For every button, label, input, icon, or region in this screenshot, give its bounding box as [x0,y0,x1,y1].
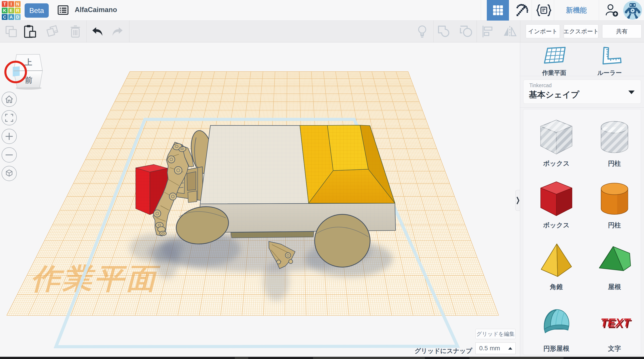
plus-icon [5,132,13,140]
viewport-3d[interactable]: 作業平面 [0,42,520,357]
toolbar-separator [86,20,86,42]
perspective-cube-icon [5,169,14,178]
duplicate-button[interactable] [44,20,60,42]
share-button[interactable]: 共有 [602,24,642,38]
shape-cylinder-striped[interactable]: 円柱 [588,118,641,168]
caret-up-icon [508,347,512,350]
workplane-tool[interactable]: 作業平面 [530,46,579,77]
shape-box-red[interactable]: ボックス [530,180,583,230]
panel-separator [520,76,644,76]
chevron-right-icon [516,196,519,205]
dashboard-blocks-button[interactable] [487,0,509,20]
toolbar-separator [476,20,477,42]
group-button[interactable] [436,20,452,42]
panel-collapse-tab[interactable] [516,190,520,211]
shape-box-striped[interactable]: ボックス [530,118,583,168]
text-shape-icon: TEXT TEXT [594,303,634,342]
shape-roof[interactable]: 屋根 [588,242,641,292]
shape-label: 文字 [588,344,641,353]
blocks-grid-icon [493,5,503,16]
snap-grid-label: グリッドにスナップ [408,347,472,355]
delete-button[interactable] [67,20,84,42]
minus-icon [5,151,13,159]
logo-tile: D [15,14,20,20]
shape-round-roof[interactable]: 円形屋根 [530,303,583,353]
hint-button[interactable] [416,20,429,42]
caret-down-icon [628,90,634,94]
avatar-robot[interactable] [623,1,642,20]
perspective-toggle-button[interactable] [2,166,17,181]
svg-text:TEXT: TEXT [600,316,631,329]
codeblocks-button[interactable] [534,0,554,20]
workplane-icon [542,46,566,66]
align-button[interactable] [480,20,496,42]
toolbar-separator [433,20,434,42]
tinkercad-logo[interactable]: TINKERCAD [2,1,21,20]
avatar-robot-icon [623,1,642,20]
duplicate-icon [45,25,59,38]
mirror-icon [503,26,517,38]
red-box-icon [538,180,574,219]
shape-label: 角錐 [530,282,583,292]
collection-brand: Tinkercad [529,82,552,88]
ruler-icon [597,46,622,66]
redo-button[interactable] [111,20,124,42]
shape-label: 円形屋根 [530,344,583,353]
shape-pyramid[interactable]: 角錐 [530,242,583,292]
lightbulb-icon [417,25,427,38]
add-person-icon [605,3,619,17]
paste-icon [24,24,36,38]
logo-tile: A [8,14,14,20]
pyramid-icon [538,242,574,281]
fit-view-button[interactable] [2,110,17,126]
copy-icon [5,26,17,37]
home-icon [5,95,14,103]
shape-collection-dropdown[interactable]: Tinkercad 基本シェイプ [523,80,641,104]
my-designs-button[interactable] [57,5,69,15]
logo-tile: R [15,8,20,14]
fit-view-icon [5,114,13,122]
undo-button[interactable] [91,20,104,42]
snap-grid-select[interactable]: 0.5 mm [476,342,516,354]
snap-grid-value: 0.5 mm [479,345,500,352]
minecraft-export-button[interactable] [511,0,532,20]
header-separator [481,0,481,20]
bottom-edge-strip [0,357,644,359]
round-roof-icon [538,303,574,342]
shapes-panel: 作業平面 ルーラー Tinkercad 基本シェイプ [520,42,644,357]
edit-grid-button[interactable]: グリッドを編集 [476,329,516,339]
zoom-out-button[interactable] [2,147,17,162]
shape-label: 屋根 [588,282,641,292]
group-icon [438,25,451,38]
scene-3d: 作業平面 [0,42,520,357]
shape-cylinder-orange[interactable]: 円柱 [588,180,641,230]
collection-name: 基本シェイプ [529,89,579,100]
trash-icon [70,25,81,38]
tinkercad-app: TINKERCAD Beta AlfaCaimano [0,0,644,359]
align-icon [482,25,494,38]
ruler-tool[interactable]: ルーラー [585,46,634,77]
paste-button[interactable] [23,20,37,42]
import-button[interactable]: インポート [526,24,560,38]
header-bar: TINKERCAD Beta AlfaCaimano [0,0,644,20]
invite-collaborator-button[interactable] [601,0,623,20]
logo-tile: T [2,1,8,7]
header-separator [532,0,532,20]
wheel-rear[interactable] [314,214,370,267]
zoom-in-button[interactable] [2,129,17,144]
design-title[interactable]: AlfaCaimano [75,6,117,14]
ungroup-button[interactable] [458,20,474,42]
shape-text[interactable]: TEXT TEXT 文字 [588,303,641,353]
mirror-button[interactable] [502,20,518,42]
logo-tile: I [8,1,14,7]
beta-badge[interactable]: Beta [24,3,49,18]
shape-label: ボックス [530,221,583,230]
new-features-link[interactable]: 新機能 [554,0,599,20]
home-view-button[interactable] [2,92,17,107]
orange-cylinder-icon [596,180,632,219]
striped-cylinder-icon [596,118,632,157]
shape-label: ボックス [530,159,583,168]
panel-separator [520,107,644,108]
export-button[interactable]: エクスポート [564,24,598,38]
copy-button[interactable] [4,20,18,42]
